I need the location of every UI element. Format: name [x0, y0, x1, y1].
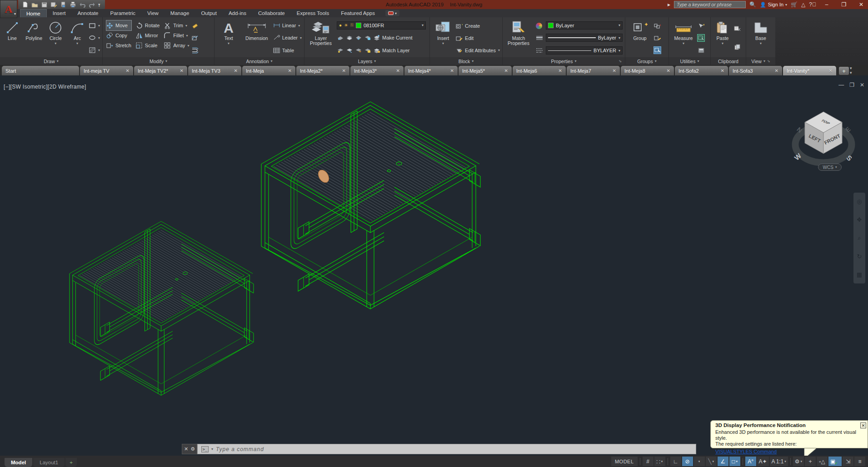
- close-icon[interactable]: ✕: [342, 68, 346, 73]
- match-properties-button[interactable]: Match Properties: [505, 19, 532, 57]
- undo-icon[interactable]: [79, 1, 86, 8]
- ribbon-tab-view[interactable]: View: [141, 9, 165, 17]
- notification-close-button[interactable]: ✕: [860, 422, 866, 428]
- panel-label-groups[interactable]: Groups▾: [625, 57, 668, 65]
- search-icon[interactable]: 🔍: [749, 0, 756, 9]
- panel-label-clipboard[interactable]: Clipboard: [711, 57, 746, 65]
- customization-menu[interactable]: ≡: [854, 457, 865, 466]
- fillet-button[interactable]: Fillet▾: [164, 30, 189, 40]
- polyline-button[interactable]: Polyline: [24, 19, 44, 57]
- visualstyles-link[interactable]: VISUALSTYLES Command: [715, 449, 777, 454]
- command-line[interactable]: ✕ ⚙ >_ ▾ Type a command: [182, 444, 696, 454]
- workspace-switching[interactable]: ⚙▾: [793, 457, 804, 466]
- ribbon-tab-addins[interactable]: Add-ins: [223, 9, 252, 17]
- ribbon-tab-collaborate[interactable]: Collaborate: [252, 9, 291, 17]
- restore-button[interactable]: ❐: [837, 0, 851, 9]
- ribbon-tab-express-tools[interactable]: Express Tools: [291, 9, 335, 17]
- close-icon[interactable]: ✕: [180, 68, 184, 73]
- customize-wrench-icon[interactable]: ⚙: [190, 446, 195, 452]
- new-file-icon[interactable]: [22, 1, 29, 8]
- graphics-performance[interactable]: ▣✔: [828, 457, 842, 466]
- close-icon[interactable]: ✕: [234, 68, 238, 73]
- linear-dimension-button[interactable]: Linear▾: [273, 21, 302, 30]
- make-current-button[interactable]: ❄ Make Current: [337, 33, 427, 42]
- create-block-button[interactable]: ✦Create: [456, 21, 500, 30]
- copy-clip-icon[interactable]: [734, 44, 741, 50]
- color-wheel-icon[interactable]: [536, 22, 543, 29]
- line-button[interactable]: Line: [2, 19, 22, 57]
- close-icon[interactable]: ✕: [396, 68, 400, 73]
- lineweight-icon[interactable]: [536, 35, 543, 41]
- close-icon[interactable]: ✕: [721, 68, 724, 73]
- object-snap-tracking-toggle[interactable]: ∠: [718, 457, 728, 466]
- minimize-button[interactable]: –: [820, 0, 833, 9]
- help-icon[interactable]: ?⃝: [809, 0, 816, 9]
- panel-label-utilities[interactable]: Utilities▾: [669, 57, 710, 65]
- file-tab[interactable]: Int-Sofa2✕: [675, 66, 728, 75]
- file-tab-start[interactable]: Start: [2, 66, 79, 75]
- object-snap-toggle[interactable]: □▾: [729, 457, 740, 466]
- steering-wheel-icon[interactable]: ◎: [857, 198, 862, 205]
- ribbon-tab-manage[interactable]: Manage: [165, 9, 195, 17]
- showmotion-icon[interactable]: ▦: [857, 271, 862, 278]
- close-icon[interactable]: ✕: [559, 68, 562, 73]
- insert-button[interactable]: Insert ▾: [432, 19, 454, 57]
- erase-button[interactable]: [191, 21, 198, 30]
- ribbon-tab-parametric[interactable]: Parametric: [105, 9, 142, 17]
- search-input[interactable]: Type a keyword or phrase: [674, 1, 746, 8]
- quick-select-icon[interactable]: ✦: [698, 22, 704, 29]
- hatch-tool-button[interactable]: ▾: [89, 46, 100, 55]
- base-button[interactable]: Base ▾: [748, 19, 773, 57]
- ribbon-tab-featured-apps[interactable]: Featured Apps: [335, 9, 381, 17]
- leader-button[interactable]: Leader▾: [273, 33, 302, 42]
- new-drawing-button[interactable]: +: [839, 67, 849, 75]
- close-button[interactable]: ✕: [854, 0, 868, 9]
- close-icon[interactable]: ✕: [288, 68, 292, 73]
- circle-button[interactable]: Circle ▾: [46, 19, 66, 57]
- group-selection-toggle[interactable]: [654, 47, 661, 54]
- panel-label-properties[interactable]: Properties▾⇘: [503, 57, 625, 65]
- panel-label-view[interactable]: View▾⇘: [746, 57, 775, 65]
- ellipse-tool-button[interactable]: ▾: [89, 34, 100, 43]
- app-store-cart-icon[interactable]: 🛒: [791, 0, 798, 9]
- close-icon[interactable]: ✕: [829, 68, 833, 73]
- explode-button[interactable]: [191, 34, 198, 43]
- copy-button[interactable]: Copy: [106, 30, 131, 40]
- ribbon-tab-home[interactable]: Home: [20, 9, 47, 17]
- grid-toggle[interactable]: #: [643, 457, 653, 466]
- rotate-button[interactable]: Rotate: [136, 20, 160, 30]
- annotation-scale-button[interactable]: A1:1▾: [770, 457, 788, 466]
- panel-expand-icon[interactable]: ⇘: [619, 59, 622, 63]
- ribbon-tab-output[interactable]: Output: [195, 9, 223, 17]
- autoscale-toggle[interactable]: A✦: [757, 457, 769, 466]
- panel-label-modify[interactable]: Modify▾: [103, 57, 214, 65]
- ungroup-icon[interactable]: ✕: [654, 22, 661, 29]
- file-tab-active[interactable]: Int-Vanity*✕: [783, 66, 836, 75]
- ortho-toggle[interactable]: ∟: [670, 457, 681, 466]
- save-icon[interactable]: [41, 1, 48, 8]
- zoom-extents-icon[interactable]: ⌕: [858, 234, 861, 242]
- file-tab[interactable]: Int-Meja6✕: [513, 66, 566, 75]
- clean-screen[interactable]: ⇲: [843, 457, 853, 466]
- file-tab[interactable]: Int-Meja8✕: [621, 66, 674, 75]
- arc-button[interactable]: Arc ▾: [67, 19, 87, 57]
- command-input[interactable]: >_ ▾ Type a command: [197, 444, 696, 454]
- qat-customize-icon[interactable]: ▾͇: [98, 0, 100, 9]
- match-layer-button[interactable]: ☀ Match Layer: [337, 46, 427, 55]
- file-tab[interactable]: Int-Meja TV3✕: [188, 66, 241, 75]
- offset-button[interactable]: [191, 46, 198, 55]
- dimension-button[interactable]: Dimension: [242, 19, 271, 57]
- mirror-button[interactable]: Mirror: [136, 30, 160, 40]
- close-icon[interactable]: ✕: [613, 68, 616, 73]
- tab-overflow-icon[interactable]: ▾▾: [850, 66, 852, 75]
- a360-icon[interactable]: △: [801, 0, 805, 9]
- group-button[interactable]: ✦ Group: [628, 19, 652, 57]
- navigation-bar[interactable]: ◎ ✥ ⌕ ↻ ▦: [853, 193, 865, 283]
- application-menu-button[interactable]: A ▾: [0, 0, 17, 18]
- layout1-tab[interactable]: Layout1: [33, 458, 65, 467]
- file-tab[interactable]: Int-meja TV✕: [80, 66, 133, 75]
- cut-icon[interactable]: [734, 25, 741, 32]
- group-edit-icon[interactable]: [654, 35, 661, 41]
- close-icon[interactable]: ✕: [184, 446, 188, 452]
- file-tab[interactable]: Int-Meja4*✕: [404, 66, 458, 75]
